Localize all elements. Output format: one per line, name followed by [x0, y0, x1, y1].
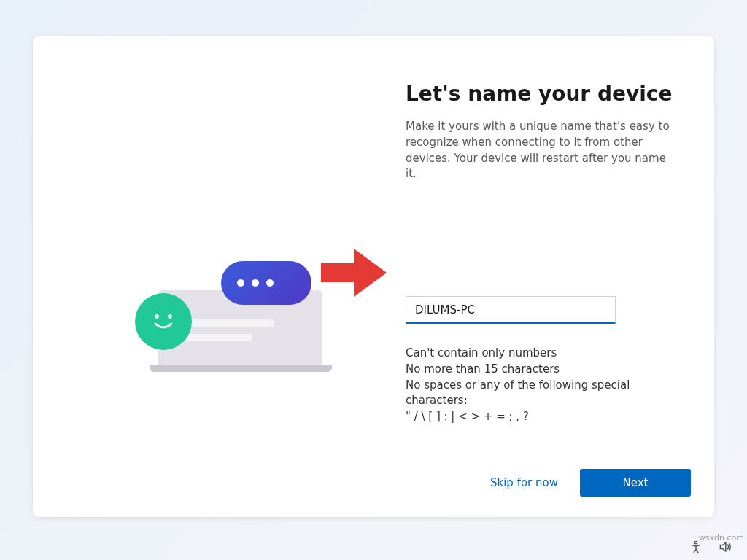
placeholder-line-icon — [186, 334, 252, 341]
chat-bubble-icon — [221, 261, 311, 305]
laptop-base-icon — [150, 365, 332, 372]
rule-numbers: Can't contain only numbers — [406, 346, 679, 362]
illustration-pane — [33, 36, 374, 517]
svg-point-0 — [155, 314, 159, 319]
naming-rules: Can't contain only numbers No more than … — [406, 346, 679, 425]
svg-point-3 — [694, 542, 697, 544]
device-name-field-wrap — [406, 296, 679, 324]
rule-length: No more than 15 characters — [406, 362, 679, 378]
smiley-icon — [135, 293, 192, 350]
next-button[interactable]: Next — [580, 469, 691, 497]
rule-chars-list: " / \ [ ] : | < > + = ; , ? — [406, 409, 679, 425]
device-illustration — [128, 248, 332, 379]
watermark: wsxdn.com — [699, 533, 744, 542]
placeholder-line-icon — [186, 319, 274, 327]
dot-icon — [266, 279, 274, 287]
svg-point-1 — [168, 314, 172, 319]
device-name-input[interactable] — [406, 296, 616, 324]
skip-link[interactable]: Skip for now — [490, 476, 558, 489]
action-row: Skip for now Next — [490, 469, 691, 497]
dot-icon — [252, 279, 259, 287]
dot-icon — [237, 279, 244, 287]
rule-chars: No spaces or any of the following specia… — [406, 378, 679, 410]
page-title: Let's name your device — [406, 82, 679, 106]
form-pane: Let's name your device Make it yours wit… — [374, 36, 714, 517]
setup-card: Let's name your device Make it yours wit… — [33, 36, 714, 517]
page-subtitle: Make it yours with a unique name that's … — [406, 119, 679, 182]
